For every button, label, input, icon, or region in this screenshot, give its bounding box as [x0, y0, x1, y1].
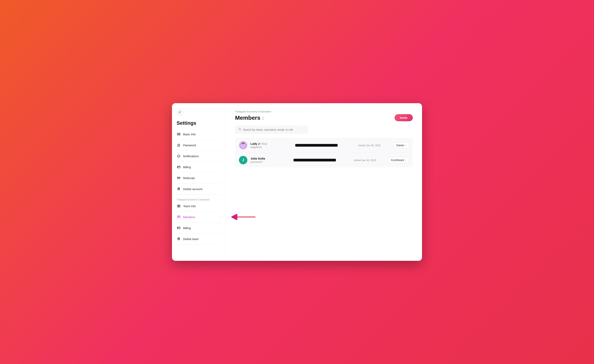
role-label: Contributor: [391, 159, 404, 162]
credit-card-icon: [176, 165, 181, 169]
sidebar-item-delete-team-label: Delete team: [183, 237, 199, 241]
delete-team-trash-icon: [176, 237, 181, 241]
member-info: Lady J (You) ladyjdemo: [250, 142, 292, 149]
bars-icon: [176, 204, 181, 208]
member-count: 2: [262, 116, 264, 121]
svg-point-5: [178, 146, 179, 146]
main-content: Triangular Economy Corporation Members 2…: [226, 103, 422, 261]
id-card-icon: [176, 132, 181, 136]
sidebar-item-billing[interactable]: Billing: [172, 163, 226, 171]
sidebar-item-password[interactable]: Password: [172, 141, 226, 149]
svg-rect-15: [179, 206, 180, 207]
avatar: [239, 141, 247, 150]
search-icon: [238, 128, 241, 132]
member-bar: [294, 159, 342, 161]
table-row: J Julia Gulia jcarnes317 Joined Jan 30, …: [235, 153, 413, 167]
sidebar-item-delete-account[interactable]: Delete account: [172, 185, 226, 193]
team-section: Team info Members ›: [172, 202, 226, 246]
sidebar-item-notifications-label: Notifications: [183, 154, 199, 158]
member-name: Julia Gulia: [250, 157, 290, 160]
svg-line-26: [240, 130, 241, 131]
svg-point-17: [179, 216, 180, 217]
sidebar-item-team-info[interactable]: Team info: [172, 202, 226, 210]
sidebar-item-delete-account-label: Delete account: [183, 187, 202, 191]
chevron-down-icon: ▾: [405, 159, 406, 161]
svg-point-1: [178, 134, 179, 134]
redacted-bar: [295, 144, 338, 147]
sidebar-item-referrals-label: Referrals: [183, 176, 195, 180]
member-joined: Joined Jan 30, 2023: [349, 144, 390, 147]
envelope-icon: [176, 176, 181, 180]
role-label: Owner: [396, 144, 404, 147]
bell-icon: [176, 154, 181, 158]
invite-button[interactable]: Invite: [395, 114, 413, 121]
role-badge-contributor[interactable]: Contributor ▾: [388, 157, 409, 163]
member-joined: Joined Jan 30, 2023: [345, 159, 385, 162]
member-name: Lady J (You): [250, 142, 292, 145]
member-bar: [295, 144, 345, 147]
svg-rect-10: [178, 188, 180, 190]
avatar: J: [239, 156, 247, 164]
sidebar-item-password-label: Password: [183, 144, 196, 147]
sidebar-item-referrals[interactable]: Referrals: [172, 174, 226, 182]
team-credit-card-icon: [176, 226, 181, 230]
sidebar-item-billing-label: Billing: [183, 165, 191, 169]
svg-point-28: [241, 144, 245, 147]
team-section-label: Triangular Economy Corporation: [172, 196, 226, 202]
svg-rect-19: [177, 227, 180, 229]
sidebar-item-team-billing[interactable]: Billing: [172, 224, 226, 232]
breadcrumb: Triangular Economy Corporation: [235, 110, 413, 113]
role-badge-owner[interactable]: Owner ▾: [393, 142, 409, 148]
app-window: Settings Basic info: [172, 103, 422, 261]
member-username: jcarnes317: [250, 160, 290, 163]
members-chevron: ›: [220, 216, 221, 218]
table-row: Lady J (You) ladyjdemo Joined Jan 30, 20…: [235, 138, 413, 153]
sidebar-item-team-billing-label: Billing: [183, 226, 191, 230]
sidebar-item-members-label: Members: [183, 215, 195, 219]
search-input[interactable]: [243, 128, 305, 131]
svg-point-16: [177, 216, 179, 217]
page-title-group: Members 2: [235, 114, 264, 121]
sidebar-item-members[interactable]: Members ›: [172, 213, 226, 221]
svg-rect-14: [179, 205, 180, 206]
back-button[interactable]: [176, 109, 183, 115]
sidebar-item-basic-info-label: Basic info: [183, 132, 196, 136]
page-title: Members: [235, 114, 260, 121]
svg-point-30: [243, 145, 244, 146]
sidebar: Settings Basic info: [172, 103, 226, 261]
svg-point-29: [242, 145, 243, 146]
sidebar-item-delete-team[interactable]: Delete team: [172, 235, 226, 243]
chevron-down-icon: ▾: [405, 144, 406, 147]
svg-rect-22: [178, 238, 180, 240]
redacted-bar: [294, 159, 336, 161]
sidebar-item-team-info-label: Team info: [183, 205, 196, 208]
sidebar-item-basic-info[interactable]: Basic info: [172, 130, 226, 138]
svg-rect-6: [177, 166, 180, 168]
lock-icon: [176, 143, 181, 147]
members-list: Lady J (You) ladyjdemo Joined Jan 30, 20…: [235, 138, 413, 167]
sidebar-item-notifications[interactable]: Notifications: [172, 152, 226, 160]
member-username: ladyjdemo: [250, 146, 292, 149]
svg-point-25: [239, 128, 240, 130]
page-header: Members 2 Invite: [235, 114, 413, 121]
trash-icon: [176, 187, 181, 191]
search-bar: [235, 126, 308, 133]
svg-point-35: [243, 143, 243, 144]
people-icon: [176, 215, 181, 219]
svg-rect-13: [177, 205, 178, 207]
personal-section: Basic info Password: [172, 130, 226, 196]
member-info: Julia Gulia jcarnes317: [250, 157, 290, 163]
settings-title: Settings: [172, 120, 226, 126]
